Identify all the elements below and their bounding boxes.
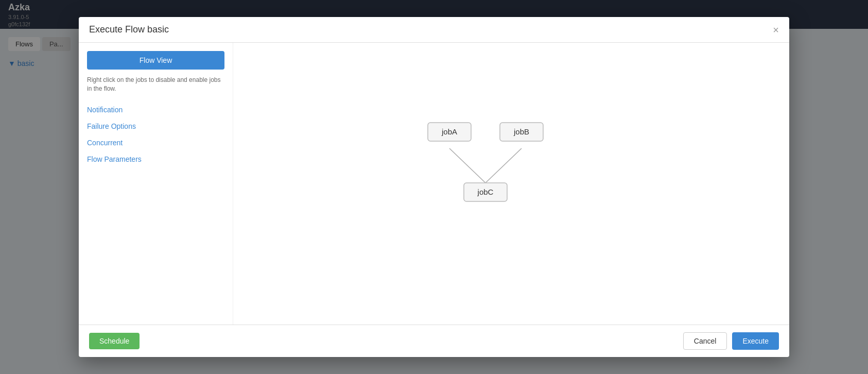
sidebar-link-failure-options[interactable]: Failure Options	[79, 118, 233, 134]
node-jobC-label: jobC	[477, 188, 494, 196]
node-jobA-label: jobA	[441, 127, 457, 136]
edge-jobB-jobC	[485, 148, 522, 183]
modal-header: Execute Flow basic ×	[79, 17, 789, 43]
edge-jobA-jobC	[449, 148, 485, 183]
flow-hint: Right click on the jobs to disable and e…	[79, 76, 233, 101]
flow-graph-svg: jobA jobB jobC	[233, 43, 789, 325]
modal-title: Execute Flow basic	[89, 24, 169, 35]
close-button[interactable]: ×	[773, 25, 779, 35]
modal-footer: Schedule Cancel Execute	[79, 325, 789, 357]
flow-graph-area: jobA jobB jobC	[233, 43, 789, 325]
modal-sidebar: Flow View Right click on the jobs to dis…	[79, 43, 233, 325]
sidebar-link-notification[interactable]: Notification	[79, 101, 233, 118]
modal-overlay: Execute Flow basic × Flow View Right cli…	[0, 0, 868, 374]
sidebar-link-flow-parameters[interactable]: Flow Parameters	[79, 151, 233, 167]
execute-button[interactable]: Execute	[732, 332, 779, 350]
schedule-button[interactable]: Schedule	[89, 333, 140, 349]
node-jobB-label: jobB	[513, 127, 529, 136]
sidebar-link-concurrent[interactable]: Concurrent	[79, 134, 233, 151]
footer-right: Cancel Execute	[683, 332, 779, 350]
cancel-button[interactable]: Cancel	[683, 332, 727, 350]
modal-body: Flow View Right click on the jobs to dis…	[79, 43, 789, 325]
flow-view-button[interactable]: Flow View	[87, 51, 224, 70]
modal-dialog: Execute Flow basic × Flow View Right cli…	[79, 17, 789, 357]
